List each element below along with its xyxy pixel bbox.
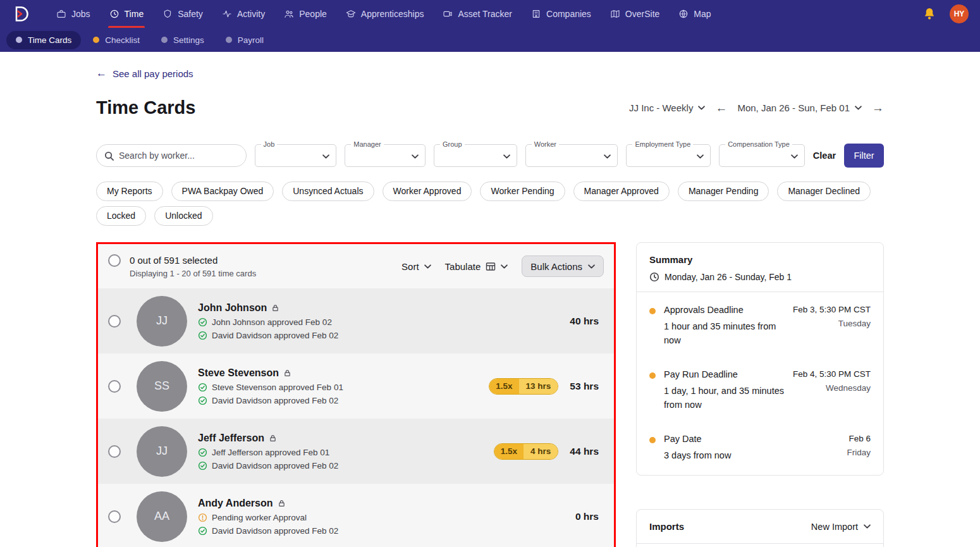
chevron-down-icon: [501, 264, 508, 269]
nav-item-time[interactable]: Time: [100, 0, 154, 28]
chip-worker-approved[interactable]: Worker Approved: [383, 181, 472, 201]
row-checkbox[interactable]: [108, 315, 121, 328]
nav-item-companies[interactable]: Companies: [522, 0, 601, 28]
user-avatar[interactable]: HY: [950, 4, 969, 23]
time-card-row[interactable]: JJ Jeff Jefferson Jeff Jefferson approve…: [98, 419, 614, 484]
chip-manager-declined[interactable]: Manager Declined: [777, 181, 871, 201]
approved-check-icon: [198, 331, 207, 340]
chevron-down-icon: [698, 106, 705, 110]
approved-check-icon: [198, 317, 207, 327]
chip-locked[interactable]: Locked: [96, 206, 146, 226]
chip-unlocked[interactable]: Unlocked: [154, 206, 212, 226]
time-card-row[interactable]: AA Andy Anderson Pending worker Approval…: [98, 484, 614, 547]
chevron-down-icon: [424, 264, 431, 269]
chevron-down-icon: [855, 106, 862, 110]
chevron-down-icon: [322, 154, 329, 159]
time-card-row[interactable]: SS Steve Stevenson Steve Stevenson appro…: [98, 353, 614, 419]
bulk-actions-button[interactable]: Bulk Actions: [522, 255, 604, 277]
overtime-badge: 1.5x13 hrs: [489, 378, 558, 395]
row-checkbox[interactable]: [108, 445, 121, 458]
total-hours: 0 hrs: [575, 511, 599, 522]
chip-manager-approved[interactable]: Manager Approved: [573, 181, 670, 201]
worker-name: Andy Anderson: [198, 498, 273, 509]
nav-item-map[interactable]: Map: [669, 0, 720, 28]
nav-item-apprenticeships[interactable]: Apprenticeships: [336, 0, 434, 28]
avatar: JJ: [137, 426, 187, 477]
subnav-item-settings[interactable]: Settings: [152, 31, 214, 49]
new-import-control[interactable]: New Import: [811, 522, 871, 532]
summary-period: Monday, Jan 26 - Sunday, Feb 1: [665, 272, 792, 282]
shield-icon: [162, 9, 173, 19]
approved-check-icon: [198, 396, 207, 405]
top-navigation: Jobs Time Safety Activity People Apprent…: [0, 0, 980, 28]
time-card-row[interactable]: JJ John Johnson John Johnson approved Fe…: [98, 288, 614, 353]
amber-dot-icon: [649, 308, 656, 314]
chevron-down-icon: [604, 154, 611, 159]
nav-item-people[interactable]: People: [274, 0, 336, 28]
back-arrow-icon: ←: [96, 67, 107, 80]
displaying-count: Displaying 1 - 20 of 591 time cards: [130, 269, 256, 278]
company-payroll-selector[interactable]: JJ Inc - Weekly: [629, 102, 705, 113]
imports-title: Imports: [649, 521, 684, 532]
select-all-checkbox[interactable]: [108, 254, 121, 267]
tabulate-control[interactable]: Tabulate: [445, 261, 508, 272]
nav-item-asset-tracker[interactable]: Asset Tracker: [433, 0, 522, 28]
approved-check-icon: [198, 448, 207, 457]
people-icon: [284, 9, 294, 19]
notifications-bell-icon[interactable]: [922, 6, 937, 22]
nav-item-jobs[interactable]: Jobs: [47, 0, 100, 28]
subnav-item-payroll[interactable]: Payroll: [216, 31, 273, 49]
summary-card: Summary Monday, Jan 26 - Sunday, Feb 1 A…: [636, 242, 884, 476]
next-period-arrow[interactable]: →: [872, 101, 884, 115]
settings-dot-icon: [161, 37, 168, 43]
lock-icon: [269, 434, 277, 443]
chip-pwa-backpay-owed[interactable]: PWA Backpay Owed: [171, 181, 274, 201]
chip-worker-pending[interactable]: Worker Pending: [480, 181, 565, 201]
chip-manager-pending[interactable]: Manager Pending: [678, 181, 769, 201]
previous-period-arrow[interactable]: ←: [715, 101, 727, 115]
search-input[interactable]: [119, 151, 238, 161]
chip-unsynced-actuals[interactable]: Unsynced Actuals: [282, 181, 374, 201]
employment-type-filter-dropdown[interactable]: Employment Type: [626, 144, 711, 167]
approved-check-icon: [198, 526, 207, 536]
back-to-pay-periods-link[interactable]: ← See all pay periods: [96, 67, 193, 80]
worker-search[interactable]: [96, 144, 247, 167]
globe-icon: [678, 9, 689, 19]
chip-my-reports[interactable]: My Reports: [96, 181, 163, 201]
building-icon: [531, 9, 541, 19]
avatar: JJ: [137, 296, 187, 347]
compensation-type-filter-dropdown[interactable]: Compensation Type: [719, 144, 805, 167]
camera-box-icon: [443, 9, 453, 19]
chevron-down-icon: [412, 154, 419, 159]
worker-name: Steve Stevenson: [198, 367, 279, 379]
group-filter-dropdown[interactable]: Group: [434, 144, 517, 167]
approved-check-icon: [198, 461, 207, 470]
imports-card: Imports New Import No imports: [636, 509, 884, 547]
nav-item-activity[interactable]: Activity: [212, 0, 274, 28]
chevron-down-icon: [503, 154, 510, 159]
chevron-down-icon: [697, 154, 704, 159]
subnav-item-time-cards[interactable]: Time Cards: [6, 31, 81, 49]
row-checkbox[interactable]: [108, 380, 121, 393]
manager-filter-dropdown[interactable]: Manager: [345, 144, 426, 167]
lock-icon: [283, 369, 291, 378]
lock-icon: [271, 304, 279, 312]
filter-chips: My Reports PWA Backpay Owed Unsynced Act…: [96, 181, 884, 226]
nav-item-safety[interactable]: Safety: [153, 0, 212, 28]
worker-filter-dropdown[interactable]: Worker: [525, 144, 618, 167]
app-logo-icon[interactable]: [11, 4, 30, 23]
pay-period-selector[interactable]: Mon, Jan 26 - Sun, Feb 01: [737, 102, 862, 113]
sort-control[interactable]: Sort: [401, 261, 431, 272]
filter-button[interactable]: Filter: [844, 144, 884, 168]
time-cards-dot-icon: [16, 37, 22, 43]
amber-dot-icon: [649, 437, 656, 443]
approved-check-icon: [198, 383, 207, 392]
nav-item-oversite[interactable]: OverSite: [601, 0, 669, 28]
time-sub-navigation: Time Cards Checklist Settings Payroll: [0, 28, 980, 52]
job-filter-dropdown[interactable]: Job: [255, 144, 337, 167]
subnav-item-checklist[interactable]: Checklist: [83, 31, 149, 49]
selected-count: 0 out of 591 selected: [130, 255, 256, 266]
clear-filters-button[interactable]: Clear: [813, 151, 836, 161]
avatar: AA: [137, 491, 187, 542]
row-checkbox[interactable]: [108, 510, 121, 523]
